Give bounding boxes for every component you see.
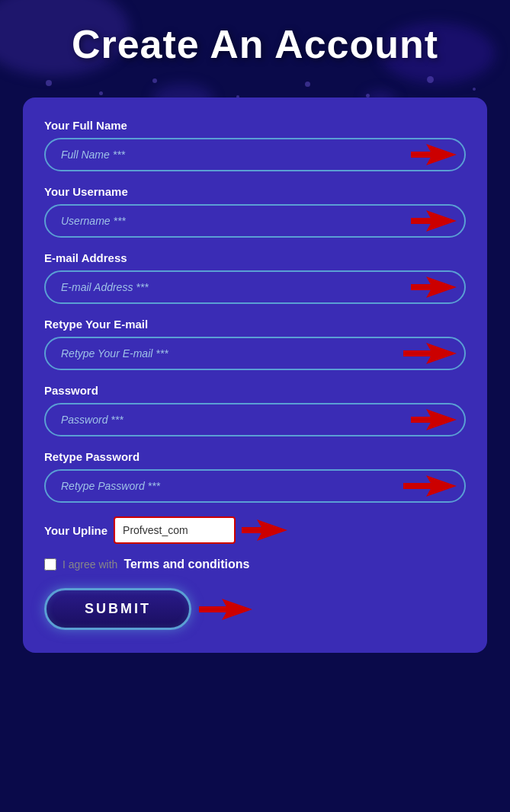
upline-group: Your Upline [44, 516, 466, 544]
retype-email-input[interactable] [44, 337, 466, 370]
username-label: Your Username [44, 185, 466, 198]
email-input[interactable] [44, 270, 466, 304]
username-group: Your Username [44, 185, 466, 238]
username-input-wrapper [44, 204, 466, 238]
retype-password-input-wrapper [44, 469, 466, 503]
submit-wrapper: SUBMIT [44, 588, 191, 630]
terms-link[interactable]: Terms and conditions [123, 558, 249, 571]
email-input-wrapper [44, 270, 466, 304]
full-name-input[interactable] [44, 138, 466, 171]
email-group: E-mail Address [44, 251, 466, 304]
terms-group: I agree with Terms and conditions [44, 558, 466, 571]
arrow-indicator-8 [199, 599, 252, 620]
password-group: Password [44, 384, 466, 436]
retype-email-label: Retype Your E-mail [44, 318, 466, 331]
retype-password-group: Retype Password [44, 450, 466, 503]
upline-label: Your Upline [44, 524, 107, 537]
terms-checkbox[interactable] [44, 558, 56, 571]
terms-prefix: I agree with [63, 558, 117, 571]
arrow-indicator-7 [242, 519, 287, 541]
svg-rect-13 [242, 527, 265, 533]
retype-email-group: Retype Your E-mail [44, 318, 466, 370]
svg-rect-15 [199, 606, 229, 612]
password-label: Password [44, 384, 466, 397]
username-input[interactable] [44, 204, 466, 238]
submit-button[interactable]: SUBMIT [44, 588, 191, 630]
retype-email-input-wrapper [44, 337, 466, 370]
full-name-group: Your Full Name [44, 119, 466, 171]
retype-password-input[interactable] [44, 469, 466, 503]
upline-input[interactable] [114, 516, 236, 544]
full-name-input-wrapper [44, 138, 466, 171]
password-input[interactable] [44, 403, 466, 436]
email-label: E-mail Address [44, 251, 466, 264]
registration-form: Your Full Name Your Username E-mail Addr… [23, 98, 487, 653]
password-input-wrapper [44, 403, 466, 436]
retype-password-label: Retype Password [44, 450, 466, 463]
full-name-label: Your Full Name [44, 119, 466, 132]
page-title: Create An Account [0, 0, 510, 82]
